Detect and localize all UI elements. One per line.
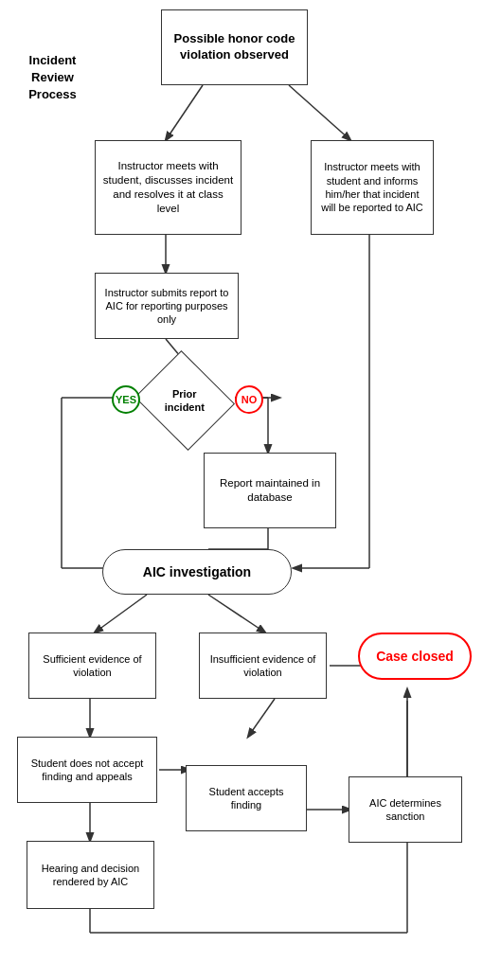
student-accepts-node: Student accepts finding [186, 765, 307, 831]
submits-report-node: Instructor submits report to AIC for rep… [95, 273, 239, 339]
case-closed-node: Case closed [358, 633, 472, 680]
aic-investigation-node: AIC investigation [102, 549, 292, 595]
report-database-node: Report maintained in database [204, 453, 336, 528]
diagram-container: Incident Review Process Possible honor c… [0, 0, 501, 980]
insufficient-evidence-node: Insufficient evidence of violation [199, 633, 327, 699]
student-no-accept-node: Student does not accept finding and appe… [17, 737, 157, 803]
aic-sanction-node: AIC determines sanction [349, 776, 462, 843]
svg-line-1 [289, 85, 350, 140]
hearing-node: Hearing and decision rendered by AIC [27, 841, 154, 909]
svg-line-15 [95, 595, 147, 633]
no-circle: NO [235, 385, 263, 414]
left-instructor-node: Instructor meets with student, discusses… [95, 140, 242, 235]
title-label: Incident Review Process [8, 52, 98, 104]
sufficient-evidence-node: Sufficient evidence of violation [28, 633, 156, 699]
start-node: Possible honor code violation observed [161, 9, 308, 85]
yes-circle: YES [112, 385, 140, 414]
prior-incident-label: Prior incident [153, 387, 216, 415]
svg-line-19 [248, 699, 275, 737]
right-instructor-node: Instructor meets with student and inform… [311, 140, 434, 235]
prior-incident-diamond: Prior incident [134, 350, 235, 451]
svg-line-0 [166, 85, 203, 140]
svg-line-16 [208, 595, 265, 633]
